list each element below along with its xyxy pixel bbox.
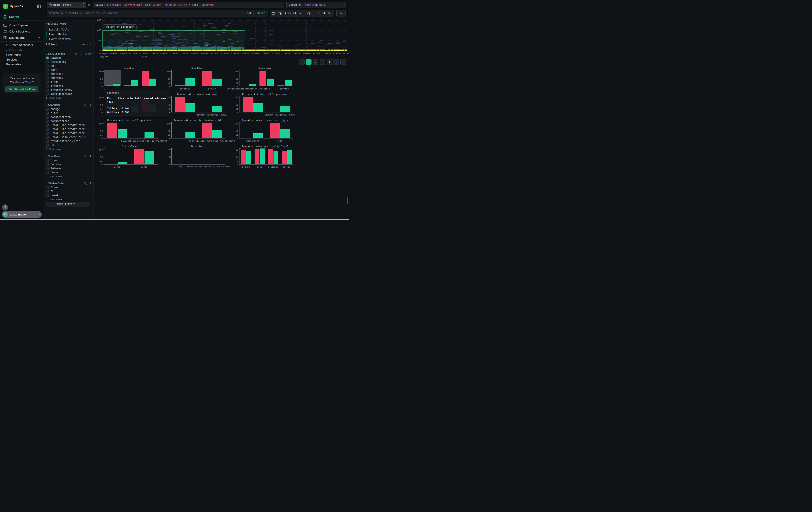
chart-plot-area[interactable]: 10050250 (104, 123, 157, 138)
outlier-bar[interactable] (241, 150, 246, 164)
outlier-bar[interactable] (202, 123, 212, 138)
checkbox[interactable] (46, 128, 49, 131)
filter-section-statuscode[interactable]: StatusCode (46, 182, 92, 185)
show-more-button[interactable]: Show more (46, 147, 92, 151)
inlier-bar[interactable] (185, 78, 195, 86)
outlier-bar[interactable] (282, 151, 287, 164)
inlier-bar[interactable] (185, 132, 195, 138)
inlier-bar[interactable] (273, 151, 279, 164)
heatmap-selection[interactable] (103, 30, 245, 47)
checkbox[interactable] (46, 163, 49, 166)
inlier-bar[interactable] (260, 149, 265, 164)
inlier-bar[interactable] (267, 79, 274, 86)
run-query-button[interactable]: ▷ (337, 10, 346, 17)
outlier-bar[interactable] (202, 71, 212, 86)
filter-option[interactable]: Ok (46, 189, 92, 193)
presets-toggle[interactable]: PRESETS (6, 49, 22, 51)
pin-icon[interactable] (89, 182, 92, 185)
checkbox[interactable] (46, 112, 49, 115)
filter-option[interactable]: EXPIRE (46, 143, 92, 147)
gear-icon[interactable]: ⚙ (88, 3, 91, 7)
checkbox[interactable] (46, 85, 49, 87)
page-button-1[interactable]: 1 (306, 59, 312, 65)
page-button-5[interactable]: 5 (334, 59, 339, 65)
checkbox[interactable] (46, 89, 49, 91)
pin-icon[interactable] (89, 104, 92, 106)
page-button-3[interactable]: 3 (320, 59, 325, 65)
outlier-bar[interactable] (243, 97, 253, 112)
help-button[interactable]: ? (2, 204, 8, 210)
outlier-bar[interactable] (175, 97, 185, 112)
analysis-mode-option-event-patterns[interactable]: Event Patterns (46, 36, 90, 41)
inlier-bar[interactable] (145, 151, 154, 164)
outlier-bar[interactable] (134, 149, 144, 164)
chart-plot-area[interactable]: 10050250 (239, 70, 293, 86)
chart-plot-area[interactable]: 10050250 (171, 123, 226, 138)
page-next-button[interactable]: › (340, 59, 346, 65)
filter-option[interactable]: Server (46, 170, 92, 174)
inlier-bar[interactable] (253, 133, 263, 138)
order-by-input[interactable]: ORDER BY Timestamp DESC (286, 2, 346, 8)
filter-option[interactable]: frontend-proxy (46, 88, 92, 92)
inlier-bar[interactable] (253, 103, 263, 112)
outlier-bar[interactable] (175, 85, 185, 86)
checkbox[interactable] (46, 64, 49, 68)
sql-toggle[interactable]: SQL (247, 11, 252, 15)
sidebar-item-kubernetes[interactable]: Kubernetes (6, 62, 21, 66)
filter-option[interactable]: Unset (46, 193, 92, 197)
filter-option[interactable]: click (46, 111, 92, 115)
inlier-bar[interactable] (118, 162, 127, 164)
page-button-2[interactable]: 2 (313, 59, 318, 65)
scrollbar-thumb[interactable] (347, 197, 348, 204)
outlier-bar[interactable] (107, 123, 117, 138)
sql-select-input[interactable]: SELECT Timestamp, ServiceName, StatusCod… (93, 2, 284, 8)
checkbox[interactable] (46, 167, 49, 170)
checkbox[interactable] (46, 124, 49, 127)
filter-option[interactable]: documentLoad (46, 119, 92, 123)
inlier-bar[interactable] (145, 132, 154, 138)
sidebar-item-chart-explorer[interactable]: Chart Explorer (0, 22, 44, 28)
more-filters-button[interactable]: More filters (46, 202, 90, 207)
search-icon[interactable] (84, 182, 87, 185)
inlier-bar[interactable] (185, 103, 195, 112)
inlier-bar[interactable] (118, 129, 127, 138)
inlier-bar[interactable] (212, 79, 222, 86)
filter-option[interactable]: accounting (46, 60, 92, 64)
inlier-bar[interactable] (246, 151, 251, 164)
checkbox[interactable] (46, 92, 49, 96)
outlier-bar[interactable] (255, 150, 259, 164)
chart-plot-area[interactable]: 10050250 (171, 70, 226, 86)
outlier-bar[interactable] (106, 85, 113, 86)
chart-plot-area[interactable]: 10050250 (104, 149, 157, 164)
inlier-bar[interactable] (149, 79, 156, 86)
filter-option[interactable]: ad (46, 64, 92, 68)
checkbox[interactable] (46, 108, 49, 111)
filter-option[interactable]: Consumer (46, 162, 92, 166)
clear-all-button[interactable]: Clear all (78, 43, 91, 46)
filter-section-servicename[interactable]: ServiceNameClear (46, 52, 92, 56)
checkbox[interactable] (46, 81, 49, 83)
outlier-bar[interactable] (270, 123, 280, 138)
pin-icon[interactable] (80, 53, 83, 55)
checkbox[interactable] (46, 69, 49, 72)
chart-plot-area[interactable]: 10050250 (239, 123, 293, 138)
filter-option[interactable]: Error (46, 185, 92, 189)
search-icon[interactable] (75, 53, 78, 55)
filter-option[interactable]: Error: The credit card (… (46, 131, 92, 135)
time-range-picker[interactable]: Sep 14 22:04:35 - Sep 15 10:04:35 (270, 10, 334, 17)
outlier-bar[interactable] (243, 138, 253, 138)
inlier-bar[interactable] (131, 80, 138, 86)
source-select[interactable]: Demo Traces (47, 2, 86, 8)
chart-plot-area[interactable]: 10050250 (104, 70, 157, 86)
filter-option[interactable]: ✓payment (46, 56, 92, 60)
checkbox[interactable] (46, 140, 49, 143)
checkbox[interactable] (46, 60, 49, 63)
inlier-bar[interactable] (249, 84, 256, 86)
create-dashboard-button[interactable]: + Create Dashboard (6, 43, 33, 47)
filter-option[interactable]: Error: The credit card (… (46, 127, 92, 131)
collapse-sidebar-icon[interactable] (37, 4, 41, 8)
chart-plot-area[interactable]: 281470 (239, 149, 293, 164)
local-mode-menu[interactable]: U Local mode (2, 211, 42, 218)
filter-option[interactable]: Internal (46, 166, 92, 170)
inlier-bar[interactable] (285, 80, 292, 86)
